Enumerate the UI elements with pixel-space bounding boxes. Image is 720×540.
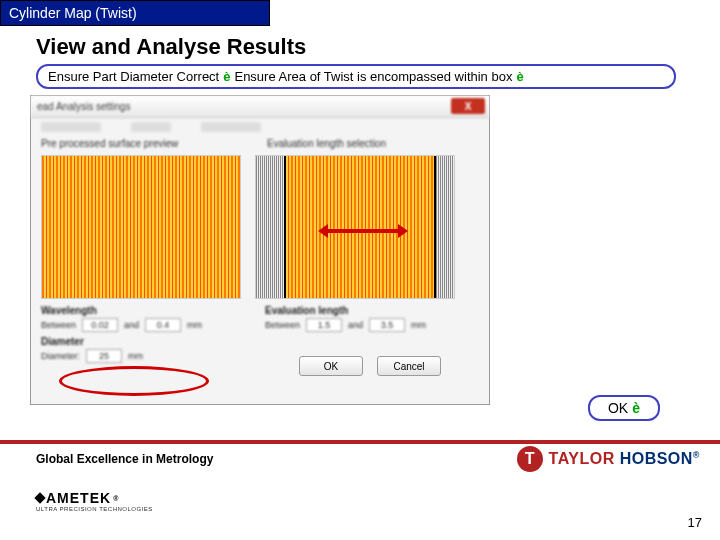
diameter-field-label: Diameter: [41, 351, 80, 361]
footer-divider [0, 440, 720, 444]
arrow-icon: è [223, 69, 230, 84]
brand-part1: TAYLOR [549, 450, 615, 467]
diameter-input[interactable]: 25 [86, 349, 122, 363]
arrow-icon: è [516, 69, 523, 84]
and-label: and [348, 320, 363, 330]
unit-label: mm [128, 351, 143, 361]
close-button[interactable]: X [451, 98, 485, 114]
arrow-icon: è [632, 400, 640, 416]
ok-callout: OK è [588, 395, 660, 421]
arrow-line [326, 229, 400, 233]
diamond-icon [34, 492, 45, 503]
ametek-logo: AMETEK® ULTRA PRECISION TECHNOLOGIES [36, 490, 153, 512]
taylor-hobson-logo: T TAYLOR HOBSON® [517, 446, 700, 472]
registered-icon: ® [113, 495, 119, 502]
red-double-arrow [318, 224, 408, 238]
surface-preview-right [255, 155, 455, 299]
ok-callout-text: OK [608, 400, 628, 416]
wavelength-fields: Between 0.02 and 0.4 mm [31, 316, 241, 334]
cancel-button[interactable]: Cancel [377, 356, 441, 376]
eval-length-fields: Between 1.5 and 3.5 mm [255, 316, 465, 334]
dialog-toolbar [31, 118, 489, 136]
between-label: Between [265, 320, 300, 330]
and-label: and [124, 320, 139, 330]
dialog-title: ead Analysis settings [31, 101, 130, 112]
logo-text: TAYLOR HOBSON® [549, 450, 700, 468]
unit-label: mm [411, 320, 426, 330]
registered-icon: ® [693, 450, 700, 460]
instruction-callout-row: Ensure Part Diameter Correct è Ensure Ar… [36, 64, 684, 89]
close-icon: X [465, 101, 472, 112]
wavelength-to-input[interactable]: 0.4 [145, 318, 181, 332]
slide-title-bar: Cylinder Map (Twist) [0, 0, 270, 26]
eval-to-input[interactable]: 3.5 [369, 318, 405, 332]
wavelength-group-label: Wavelength [31, 303, 241, 316]
between-label: Between [41, 320, 76, 330]
eval-length-group-label: Evaluation length [255, 303, 465, 316]
page-heading: View and Analyse Results [36, 34, 720, 60]
ok-button[interactable]: OK [299, 356, 363, 376]
diameter-fields: Diameter: 25 mm [31, 347, 241, 365]
right-panel-label: Evaluation length selection [267, 138, 386, 149]
selection-handle-left[interactable] [284, 156, 286, 298]
page-number: 17 [688, 515, 702, 530]
arrow-right-icon [398, 224, 408, 238]
brand-part2: HOBSON [615, 450, 693, 467]
analysis-settings-dialog: ead Analysis settings X Pre processed su… [30, 95, 490, 405]
surface-texture [42, 156, 240, 298]
instruction-callout: Ensure Part Diameter Correct è Ensure Ar… [36, 64, 676, 89]
ametek-subtext: ULTRA PRECISION TECHNOLOGIES [36, 506, 153, 512]
left-panel-label: Pre processed surface preview [41, 138, 241, 149]
diameter-group-label: Diameter [31, 334, 241, 347]
ametek-text: AMETEK [46, 490, 111, 506]
unit-label: mm [187, 320, 202, 330]
logo-circle-icon: T [517, 446, 543, 472]
selection-handle-right[interactable] [434, 156, 436, 298]
callout-text-2: Ensure Area of Twist is encompassed with… [234, 69, 512, 84]
footer-tagline: Global Excellence in Metrology [36, 452, 213, 466]
preview-row [31, 151, 489, 303]
callout-text-1: Ensure Part Diameter Correct [48, 69, 219, 84]
ametek-main: AMETEK® [36, 490, 153, 506]
panel-labels: Pre processed surface preview Evaluation… [31, 136, 489, 151]
wavelength-from-input[interactable]: 0.02 [82, 318, 118, 332]
eval-from-input[interactable]: 1.5 [306, 318, 342, 332]
dialog-titlebar: ead Analysis settings X [31, 96, 489, 118]
surface-preview-left [41, 155, 241, 299]
